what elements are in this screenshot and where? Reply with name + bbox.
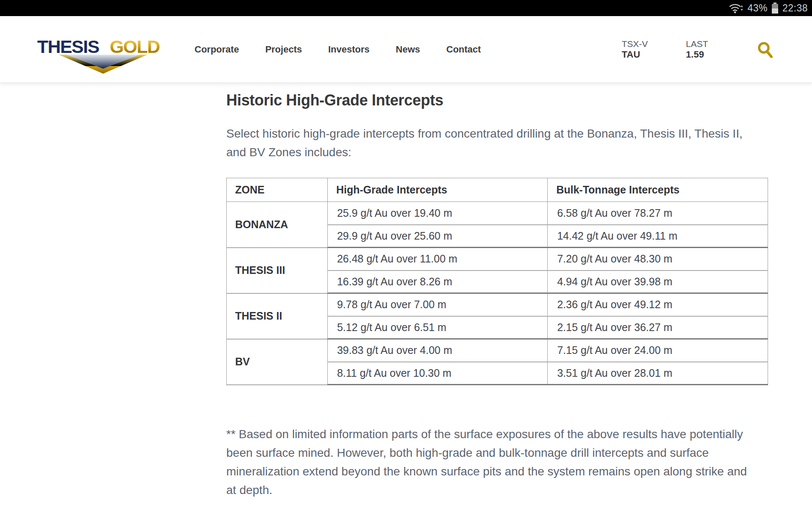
table-row: THESIS II9.78 g/t Au over 7.00 m2.36 g/t… <box>227 293 768 316</box>
high-grade-cell: 8.11 g/t Au over 10.30 m <box>327 362 548 385</box>
zone-cell: THESIS III <box>227 248 328 293</box>
ticker-exchange: TSX-V TAU <box>622 39 648 61</box>
exchange-label: TSX-V <box>622 39 648 50</box>
page-title: Historic High-Grade Intercepts <box>226 91 776 109</box>
stock-ticker: TSX-V TAU LAST 1.59 <box>622 16 708 83</box>
svg-text:THESIS: THESIS <box>37 36 99 57</box>
site-header: THESIS GOLD CorporateProjectsInvestorsNe… <box>0 16 812 83</box>
bulk-tonnage-cell: 4.94 g/t Au over 39.98 m <box>548 271 768 293</box>
column-header: ZONE <box>227 178 328 202</box>
column-header: High-Grade Intercepts <box>327 178 548 202</box>
table-row: BONANZA25.9 g/t Au over 19.40 m6.58 g/t … <box>227 202 768 225</box>
ticker-last: LAST 1.59 <box>686 39 708 61</box>
high-grade-cell: 39.83 g/t Au over 4.00 m <box>327 339 548 362</box>
footnote-paragraph: ** Based on limited information parts of… <box>226 425 757 500</box>
column-header: Bulk-Tonnage Intercepts <box>548 178 768 202</box>
bulk-tonnage-cell: 14.42 g/t Au over 49.11 m <box>548 225 768 248</box>
zone-cell: BV <box>227 339 328 385</box>
nav-item-projects[interactable]: Projects <box>265 44 302 55</box>
last-label: LAST <box>686 39 708 50</box>
bulk-tonnage-cell: 7.15 g/t Au over 24.00 m <box>548 339 768 362</box>
battery-icon <box>771 2 779 14</box>
high-grade-cell: 29.9 g/t Au over 25.60 m <box>327 225 548 248</box>
bulk-tonnage-cell: 2.15 g/t Au over 36.27 m <box>548 316 768 339</box>
table-row: THESIS III26.48 g/t Au over 11.00 m7.20 … <box>227 248 768 271</box>
nav-item-investors[interactable]: Investors <box>328 44 370 55</box>
high-grade-cell: 9.78 g/t Au over 7.00 m <box>327 293 548 316</box>
high-grade-cell: 25.9 g/t Au over 19.40 m <box>327 202 548 225</box>
intro-paragraph: Select historic high-grade intercepts fr… <box>226 124 755 162</box>
table-header-row: ZONEHigh-Grade InterceptsBulk-Tonnage In… <box>227 178 768 202</box>
main-nav: CorporateProjectsInvestorsNewsContact <box>195 16 481 83</box>
table-row: BV39.83 g/t Au over 4.00 m7.15 g/t Au ov… <box>227 339 768 362</box>
bulk-tonnage-cell: 3.51 g/t Au over 28.01 m <box>548 362 768 385</box>
ticker-symbol: TAU <box>622 49 648 60</box>
logo[interactable]: THESIS GOLD <box>37 36 165 75</box>
svg-text:GOLD: GOLD <box>110 36 159 57</box>
logo-chevron-icon <box>59 55 148 74</box>
bulk-tonnage-cell: 2.36 g/t Au over 49.12 m <box>548 293 768 316</box>
screen: 43% 22:38 <box>0 0 812 508</box>
high-grade-cell: 5.12 g/t Au over 6.51 m <box>327 316 548 339</box>
zone-cell: THESIS II <box>227 293 328 339</box>
nav-item-news[interactable]: News <box>396 44 420 55</box>
last-price: 1.59 <box>686 49 708 60</box>
nav-item-corporate[interactable]: Corporate <box>195 44 239 55</box>
intercepts-table: ZONEHigh-Grade InterceptsBulk-Tonnage In… <box>226 178 768 385</box>
bulk-tonnage-cell: 7.20 g/t Au over 48.30 m <box>548 248 768 271</box>
search-icon <box>757 41 774 59</box>
status-bar: 43% 22:38 <box>0 0 812 16</box>
high-grade-cell: 16.39 g/t Au over 8.26 m <box>327 271 548 293</box>
battery-percent: 43% <box>747 3 768 14</box>
status-time: 22:38 <box>782 3 808 14</box>
search-button[interactable] <box>757 41 774 59</box>
status-icons: 43% 22:38 <box>729 0 808 16</box>
high-grade-cell: 26.48 g/t Au over 11.00 m <box>327 248 548 271</box>
bulk-tonnage-cell: 6.58 g/t Au over 78.27 m <box>548 202 768 225</box>
main-content: Historic High-Grade Intercepts Select hi… <box>226 83 776 500</box>
wifi-icon <box>729 2 743 14</box>
zone-cell: BONANZA <box>227 202 328 248</box>
nav-item-contact[interactable]: Contact <box>446 44 481 55</box>
